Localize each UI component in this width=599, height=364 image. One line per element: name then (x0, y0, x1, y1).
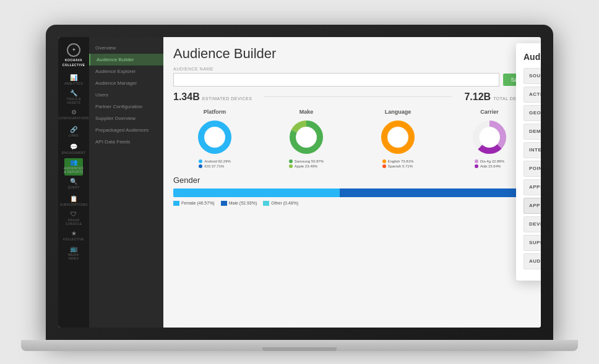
filter-apps-on-device[interactable]: APPS ON DEVICE ∨ (524, 179, 541, 195)
nav-item-audience-explorer[interactable]: Audience Explorer (89, 66, 163, 77)
gender-legend-female: Female (46.57%) (173, 201, 215, 206)
logo-text-1: KOCHAVA (65, 58, 82, 62)
filters-title: Audience Filters (524, 52, 541, 62)
sidebar-icon-tools[interactable]: 🔧 TOOLS & ASSETS (64, 89, 83, 106)
sidebar-icon-engagement[interactable]: 💬 ENGAGEMENT (64, 141, 83, 158)
nav-item-api-feeds[interactable]: API Data Feeds (89, 136, 163, 148)
svg-point-3 (205, 127, 225, 147)
filter-app-usage[interactable]: APP USAGE ∨ (524, 198, 541, 214)
chart-language-title: Language (385, 109, 412, 115)
laptop-base (21, 340, 578, 351)
laptop-screen: KOCHAVA COLLECTIVE 📊 ANALYTICS 🔧 TOOLS &… (58, 37, 541, 328)
main-content: Audience Builder AUDIENCE NAME Save 1.34… (163, 37, 541, 328)
filter-interests[interactable]: INTERESTS AND BEHAVIORS ∨ (524, 142, 541, 158)
gender-legend-male: Male (52.93%) (221, 201, 257, 206)
gender-legend: Female (46.57%) Male (52.93%) Other (0.4… (173, 201, 531, 206)
chart-platform: Platform Android 62.29% (173, 109, 256, 168)
chart-platform-title: Platform (204, 109, 226, 115)
gender-bar-male (340, 188, 529, 197)
donut-make (288, 119, 325, 156)
chart-carrier-title: Carrier (480, 109, 499, 115)
sidebar-dark: KOCHAVA COLLECTIVE 📊 ANALYTICS 🔧 TOOLS &… (58, 37, 89, 328)
svg-point-11 (388, 127, 408, 147)
nav-item-partner-config[interactable]: Partner Configuration (89, 101, 163, 112)
chart-make-title: Make (300, 109, 314, 115)
filter-audience-size[interactable]: AUDIENCE SIZE ∨ (524, 253, 541, 269)
sidebar-nav: Overview Audience Builder Audience Explo… (89, 37, 163, 328)
stat-estimated: 1.34B ESTIMATED DEVICES (173, 91, 252, 103)
nav-item-supplier-overview[interactable]: Supplier Overview (89, 112, 163, 124)
kochava-logo: KOCHAVA COLLECTIVE (61, 42, 87, 68)
sidebar-icon-query[interactable]: 🔍 QUERY (64, 176, 83, 193)
sidebar-icon-fraud[interactable]: 🛡 FRAUD CONSOLE (64, 210, 83, 227)
gender-bar (173, 188, 531, 197)
filter-poi[interactable]: POINTS OF INTEREST ∨ (524, 161, 541, 177)
svg-point-15 (480, 127, 499, 147)
chart-platform-legend: Android 62.29% iOS 37.71% (199, 159, 231, 168)
sidebar-icon-config[interactable]: ⚙ CONFIGURATIONS (64, 106, 83, 124)
nav-item-audience-manager[interactable]: Audience Manager (89, 77, 163, 89)
gender-section: Gender Female (46.57%) (173, 176, 531, 206)
chart-language: Language English 73.81% (356, 109, 439, 168)
logo-text-2: COLLECTIVE (62, 63, 85, 67)
nav-item-audience-builder[interactable]: Audience Builder (89, 54, 163, 66)
laptop-body: KOCHAVA COLLECTIVE 📊 ANALYTICS 🔧 TOOLS &… (46, 25, 553, 340)
audience-name-label: AUDIENCE NAME (173, 67, 531, 71)
page-title: Audience Builder (173, 46, 531, 62)
sidebar-icon-audiences[interactable]: 👥 AUDIENCES & REPORTS (64, 158, 83, 176)
donut-platform (196, 119, 233, 156)
charts-row: Platform Android 62.29% (173, 109, 531, 168)
chart-language-legend: English 73.81% Spanish 5.71% (382, 159, 414, 168)
audience-name-row: Save (173, 73, 531, 87)
filter-device[interactable]: DEVICE ∨ (524, 216, 541, 232)
filter-activation-partners[interactable]: ACTIVATION PARTNERS ∨ (524, 87, 541, 103)
sidebar-icon-links[interactable]: 🔗 LINKS (64, 124, 83, 141)
gender-legend-other: Other (0.48%) (263, 201, 298, 206)
chart-make-legend: Samsung 50.87% Apple 23.46% (289, 159, 324, 168)
nav-item-prepackaged[interactable]: Prepackaged Audiences (89, 124, 163, 136)
filter-source[interactable]: SOURCE ∨ (524, 68, 541, 84)
gender-bar-female (173, 188, 340, 197)
laptop-wrapper: KOCHAVA COLLECTIVE 📊 ANALYTICS 🔧 TOOLS &… (0, 0, 599, 364)
stats-row: 1.34B ESTIMATED DEVICES 7.12B TOTAL DEVI… (173, 91, 531, 103)
gender-title: Gender (173, 176, 531, 185)
nav-item-users[interactable]: Users (89, 89, 163, 101)
filter-demographics[interactable]: DEMOGRAPHICS ∨ (524, 124, 541, 140)
sidebar-icon-subscriptions[interactable]: 📋 SUBSCRIPTIONS (64, 193, 83, 210)
svg-point-7 (296, 127, 316, 147)
nav-item-overview[interactable]: Overview (89, 42, 163, 54)
filter-geography[interactable]: GEOGRAPHY ∨ (524, 105, 541, 121)
sidebar-icons: 📊 ANALYTICS 🔧 TOOLS & ASSETS ⚙ CONFIGURA… (58, 72, 89, 262)
audience-name-input[interactable] (173, 73, 499, 87)
chart-make: Make Samsung 50.87% (265, 109, 348, 168)
donut-language (379, 119, 416, 156)
logo-circle (67, 43, 80, 57)
filter-suppress[interactable]: SUPPRESS ∨ (524, 235, 541, 251)
sidebar-icon-analytics[interactable]: 📊 ANALYTICS (64, 72, 83, 89)
sidebar-icon-kollective[interactable]: ★ KOLLECTIVE (64, 227, 83, 245)
sidebar-icon-media[interactable]: 📺 MEDIA INDEX (64, 245, 83, 262)
filters-panel: Audience Filters SOURCE ∨ ACTIVATION PAR… (516, 43, 541, 281)
chart-carrier-legend: Dis.4g 22.88% At&t 15.64% (475, 159, 504, 168)
donut-carrier (471, 119, 508, 156)
